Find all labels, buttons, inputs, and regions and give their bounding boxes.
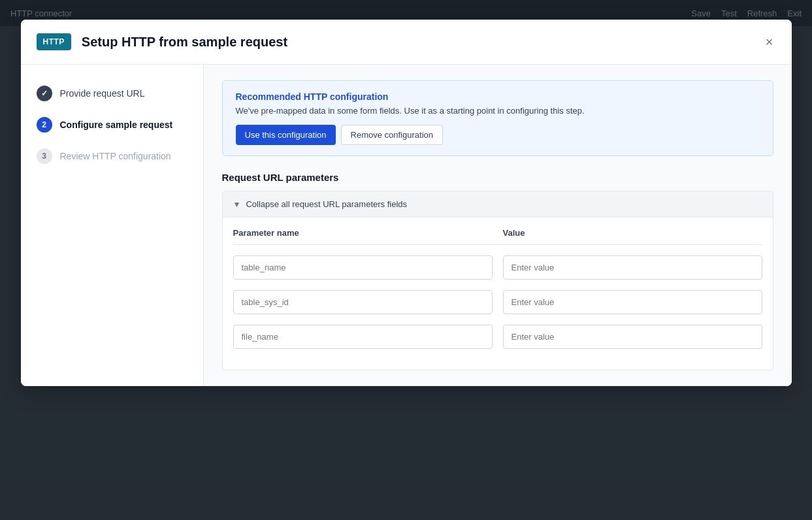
params-table-header: Parameter name Value: [233, 228, 762, 245]
recommendation-desc: We've pre-mapped data in some form field…: [236, 106, 760, 116]
step-1-circle: ✓: [37, 86, 52, 101]
param-value-input-2[interactable]: [503, 290, 762, 314]
param-value-input-1[interactable]: [503, 255, 762, 280]
table-row: [233, 255, 762, 280]
recommendation-title: Recommended HTTP configuration: [236, 91, 760, 102]
modal-header: HTTP Setup HTTP from sample request ×: [21, 20, 792, 65]
collapse-label: Collapse all request URL parameters fiel…: [246, 199, 407, 209]
step-1[interactable]: ✓ Provide request URL: [37, 86, 187, 101]
step-3[interactable]: 3 Review HTTP configuration: [37, 148, 187, 164]
close-button[interactable]: ×: [763, 33, 776, 51]
url-params-panel: ▼ Collapse all request URL parameters fi…: [222, 191, 773, 370]
section-title: Request URL parameters: [222, 172, 773, 183]
recommendation-actions: Use this configuration Remove configurat…: [236, 125, 760, 145]
collapse-header[interactable]: ▼ Collapse all request URL parameters fi…: [223, 191, 773, 218]
use-configuration-button[interactable]: Use this configuration: [236, 125, 336, 145]
step-1-label: Provide request URL: [60, 88, 145, 99]
step-3-circle: 3: [37, 148, 52, 164]
col-value-header: Value: [503, 228, 762, 238]
step-2[interactable]: 2 Configure sample request: [37, 117, 187, 133]
param-name-input-1[interactable]: [233, 255, 493, 280]
modal: HTTP Setup HTTP from sample request × ✓ …: [21, 20, 792, 386]
params-table: Parameter name Value: [223, 218, 773, 370]
http-badge: HTTP: [37, 33, 71, 50]
table-row: [233, 290, 762, 314]
param-value-input-3[interactable]: [503, 325, 762, 349]
table-row: [233, 325, 762, 349]
step-3-label: Review HTTP configuration: [60, 151, 171, 161]
main-content: Recommended HTTP configuration We've pre…: [204, 65, 792, 386]
param-name-input-3[interactable]: [233, 325, 493, 349]
modal-overlay: HTTP Setup HTTP from sample request × ✓ …: [0, 0, 812, 520]
recommendation-banner: Recommended HTTP configuration We've pre…: [222, 80, 773, 156]
modal-body: ✓ Provide request URL 2 Configure sample…: [21, 65, 792, 386]
col-name-header: Parameter name: [233, 228, 493, 238]
step-2-label: Configure sample request: [60, 120, 173, 130]
remove-configuration-button[interactable]: Remove configuration: [341, 125, 443, 145]
steps-sidebar: ✓ Provide request URL 2 Configure sample…: [21, 65, 204, 386]
step-2-circle: 2: [37, 117, 52, 133]
param-name-input-2[interactable]: [233, 290, 493, 314]
chevron-down-icon: ▼: [233, 200, 241, 209]
modal-title: Setup HTTP from sample request: [82, 35, 287, 50]
